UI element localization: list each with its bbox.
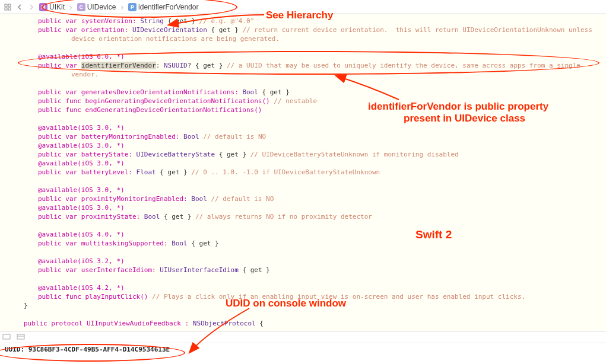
code-line-identifier: public var identifierForVendor: NSUUID? …	[14, 61, 606, 70]
svg-rect-1	[8, 4, 11, 7]
code-line: @available(iOS 3.0, *)	[14, 186, 606, 194]
svg-rect-3	[8, 8, 11, 10]
breadcrumb-label: identifierForVendor	[138, 3, 198, 11]
nav-back-icon[interactable]	[15, 2, 24, 12]
code-line: public var multitaskingSupported: Bool {…	[14, 239, 606, 248]
property-icon: P	[128, 3, 137, 11]
source-editor[interactable]: public var systemVersion: String { get }…	[0, 14, 606, 331]
code-line: public var batteryLevel: Float { get } /…	[14, 168, 606, 177]
class-icon: C	[77, 3, 85, 11]
svg-rect-5	[17, 334, 24, 339]
console-view-icon[interactable]	[17, 333, 26, 341]
related-items-icon[interactable]	[4, 2, 12, 12]
code-line: public var generatesDeviceOrientationNot…	[14, 88, 606, 97]
debug-console: UUID: 93C86BF3-4CDF-49B5-AFF4-D14C953461…	[0, 331, 606, 364]
code-line: public protocol UIInputViewAudioFeedback…	[14, 319, 606, 328]
code-line: public func endGeneratingDeviceOrientati…	[14, 106, 606, 114]
code-line: @available(iOS 3.2, *)	[14, 257, 606, 266]
code-line: vendor.	[14, 70, 606, 79]
console-tabbar	[0, 331, 606, 343]
code-line: public var proximityState: Bool { get } …	[14, 212, 606, 221]
svg-rect-4	[3, 334, 10, 339]
jump-bar: M UIKit › C UIDevice › P identifierForVe…	[0, 0, 606, 14]
code-line: public var userInterfaceIdiom: UIUserInt…	[14, 266, 606, 274]
code-line: @available(iOS 4.0, *)	[14, 230, 606, 239]
code-line: public var batteryState: UIDeviceBattery…	[14, 150, 606, 159]
code-line: @available(iOS 3.0, *)	[14, 203, 606, 212]
code-line: public var batteryMonitoringEnabled: Boo…	[14, 132, 606, 141]
variables-view-icon[interactable]	[2, 333, 12, 341]
breadcrumb-uikit[interactable]: M UIKit	[39, 3, 65, 11]
nav-forward-icon[interactable]	[27, 2, 36, 12]
code-line: public var proximityMonitoringEnabled: B…	[14, 194, 606, 203]
code-line: public var orientation: UIDeviceOrientat…	[14, 25, 606, 34]
breadcrumb-label: UIKit	[49, 3, 65, 11]
chevron-right-icon: ›	[120, 2, 123, 12]
chevron-right-icon: ›	[69, 2, 72, 12]
code-line: @available(iOS 3.0, *)	[14, 141, 606, 150]
svg-rect-2	[5, 8, 7, 10]
module-icon: M	[39, 3, 47, 11]
svg-rect-0	[5, 4, 7, 7]
code-line: public var systemVersion: String { get }…	[14, 17, 606, 25]
code-line: @available(iOS 3.0, *)	[14, 123, 606, 132]
code-line: }	[14, 301, 606, 310]
code-line: @available(iOS 4.2, *)	[14, 283, 606, 292]
console-output[interactable]: UUID: 93C86BF3-4CDF-49B5-AFF4-D14C953461…	[0, 343, 606, 356]
breadcrumb-uidevice[interactable]: C UIDevice	[77, 3, 116, 11]
breadcrumb-label: UIDevice	[87, 3, 116, 11]
code-line: device orientation notifications are bei…	[14, 34, 606, 43]
code-line: public func beginGeneratingDeviceOrienta…	[14, 97, 606, 106]
code-line: public func playInputClick() // Plays a …	[14, 292, 606, 301]
breadcrumb-property[interactable]: P identifierForVendor	[128, 3, 198, 11]
code-line: @available(iOS 6.0, *)	[14, 52, 606, 61]
code-line: @available(iOS 3.0, *)	[14, 159, 606, 168]
